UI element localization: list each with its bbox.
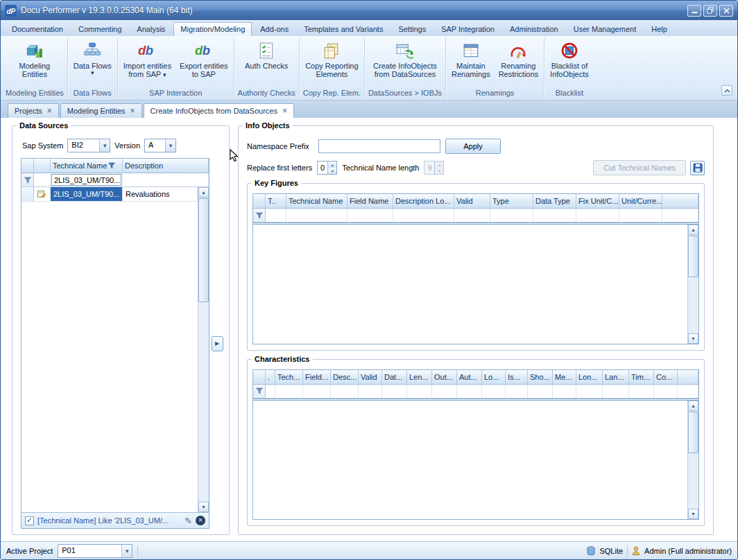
version-select[interactable]: A ▾ bbox=[144, 139, 176, 152]
column-header[interactable]: Is... bbox=[506, 370, 528, 385]
scroll-up-button[interactable]: ▲ bbox=[198, 187, 209, 198]
namespace-prefix-input[interactable] bbox=[318, 139, 440, 153]
column-header[interactable]: Me... bbox=[553, 370, 576, 385]
column-header[interactable]: Co... bbox=[654, 370, 678, 385]
column-header[interactable]: Aut... bbox=[457, 370, 482, 385]
description-filter-cell[interactable] bbox=[123, 173, 209, 187]
filter-cell[interactable] bbox=[347, 209, 393, 222]
filter-cell[interactable] bbox=[528, 385, 553, 399]
close-tab-icon[interactable]: × bbox=[282, 108, 287, 114]
vertical-scrollbar[interactable]: ▲ ▼ bbox=[198, 187, 209, 512]
doc-tab-create-infoobjects[interactable]: Create InfoObjects from DataSources × bbox=[144, 103, 294, 118]
filter-cell[interactable] bbox=[359, 385, 382, 399]
scrollbar-thumb[interactable] bbox=[688, 412, 698, 453]
filter-cell[interactable] bbox=[454, 209, 490, 222]
tab-documentation[interactable]: Documentation bbox=[5, 22, 70, 36]
scrollbar-thumb[interactable] bbox=[688, 236, 698, 277]
scroll-up-button[interactable]: ▲ bbox=[688, 401, 698, 411]
column-header[interactable]: Fix Unit/C... bbox=[576, 194, 619, 209]
column-header[interactable]: Data Type bbox=[533, 194, 576, 209]
filter-cell[interactable] bbox=[331, 385, 359, 399]
data-flows-button[interactable]: Data Flows▾ bbox=[70, 39, 115, 76]
column-header[interactable]: Valid bbox=[454, 194, 490, 209]
replace-first-letters-stepper[interactable]: 0 ▴ ▾ bbox=[317, 161, 337, 175]
tab-settings[interactable]: Settings bbox=[391, 22, 433, 36]
cut-technical-names-button[interactable]: Cut Technical Names bbox=[593, 160, 686, 175]
filter-cell[interactable] bbox=[603, 385, 629, 399]
filter-cell[interactable] bbox=[619, 209, 662, 222]
spin-down-icon[interactable]: ▾ bbox=[328, 168, 336, 174]
column-header[interactable]: Type bbox=[490, 194, 533, 209]
scrollbar-track[interactable] bbox=[688, 411, 698, 509]
create-infoobjects-from-datasources-button[interactable]: Create InfoObjectsfrom DataSources bbox=[370, 39, 440, 78]
column-header[interactable]: Lo... bbox=[482, 370, 506, 385]
blacklist-of-infoobjects-button[interactable]: Blacklist ofInfoObjects bbox=[547, 39, 592, 78]
spin-up-icon[interactable]: ▴ bbox=[328, 161, 336, 168]
column-header[interactable]: Field... bbox=[303, 370, 331, 385]
doc-tab-modeling-entities[interactable]: Modeling Entities × bbox=[60, 103, 142, 118]
column-header[interactable]: Sho... bbox=[528, 370, 553, 385]
filter-cell[interactable] bbox=[34, 173, 51, 187]
ribbon-collapse-button[interactable] bbox=[721, 85, 732, 96]
export-entities-to-sap-button[interactable]: db Export entitiesto SAP bbox=[176, 39, 232, 78]
filter-cell[interactable] bbox=[382, 385, 407, 399]
filter-expression-link[interactable]: [Technical Name] Like '2LIS_03_UM/... bbox=[37, 516, 181, 525]
chevron-down-icon[interactable]: ▾ bbox=[165, 139, 175, 152]
scroll-down-button[interactable]: ▼ bbox=[198, 502, 209, 512]
tab-administration[interactable]: Administration bbox=[503, 22, 565, 36]
column-header[interactable]: Len... bbox=[407, 370, 432, 385]
column-header[interactable]: Unit/Curre... bbox=[619, 194, 662, 209]
titlebar[interactable]: dP Docu Performer v 19.3.0.0.25304 Main … bbox=[1, 1, 737, 20]
vertical-scrollbar[interactable]: ▲ ▼ bbox=[687, 225, 698, 344]
filter-cell[interactable] bbox=[275, 385, 303, 399]
edit-filter-icon[interactable]: ✎ bbox=[184, 516, 192, 525]
clear-filter-icon[interactable]: × bbox=[196, 516, 205, 525]
filter-cell[interactable] bbox=[432, 385, 457, 399]
save-button[interactable] bbox=[690, 161, 705, 175]
column-header[interactable]: Out... bbox=[432, 370, 457, 385]
scroll-up-button[interactable]: ▲ bbox=[688, 225, 698, 235]
description-cell[interactable]: Revaluations bbox=[123, 187, 198, 202]
tab-analysis[interactable]: Analysis bbox=[130, 22, 172, 36]
import-entities-from-sap-button[interactable]: db Import entitiesfrom SAP ▾ bbox=[120, 39, 175, 78]
filter-cell[interactable] bbox=[553, 385, 576, 399]
column-header[interactable]: Field Name bbox=[347, 194, 393, 209]
technical-name-cell[interactable]: 2LIS_03_UM/T90... bbox=[51, 187, 123, 202]
scroll-down-button[interactable]: ▼ bbox=[688, 509, 698, 519]
scrollbar-track[interactable] bbox=[688, 235, 698, 333]
scrollbar-track[interactable] bbox=[198, 198, 209, 502]
icon-column-header[interactable] bbox=[34, 159, 51, 173]
filter-cell[interactable] bbox=[266, 209, 286, 222]
technical-name-length-stepper[interactable]: 9 ▴ ▾ bbox=[424, 161, 444, 175]
column-header[interactable]: . bbox=[266, 370, 275, 385]
tab-sap-integration[interactable]: SAP Integration bbox=[434, 22, 501, 36]
column-header[interactable]: Tech... bbox=[275, 370, 303, 385]
filter-cell[interactable] bbox=[482, 385, 506, 399]
column-header[interactable]: Lon... bbox=[576, 370, 603, 385]
tab-help[interactable]: Help bbox=[644, 22, 674, 36]
tab-user-management[interactable]: User Management bbox=[567, 22, 644, 36]
table-row[interactable]: 2LIS_03_UM/T90... Revaluations bbox=[22, 187, 198, 202]
copy-reporting-elements-button[interactable]: Copy ReportingElements bbox=[302, 39, 361, 78]
technical-name-column-header[interactable]: Technical Name bbox=[51, 159, 123, 173]
column-header[interactable]: Technical Name bbox=[286, 194, 347, 209]
chevron-down-icon[interactable]: ▾ bbox=[121, 545, 132, 557]
filter-cell[interactable] bbox=[506, 385, 528, 399]
minimize-button[interactable] bbox=[687, 5, 701, 17]
filter-cell[interactable] bbox=[266, 385, 275, 399]
close-tab-icon[interactable]: × bbox=[130, 108, 135, 114]
technical-name-filter-cell[interactable]: 2LIS_03_UM/T90... bbox=[51, 173, 123, 187]
active-project-select[interactable]: P01 ▾ bbox=[58, 544, 132, 558]
filter-enabled-checkbox[interactable]: ✓ bbox=[25, 516, 34, 525]
filter-cell[interactable] bbox=[533, 209, 576, 222]
chevron-down-icon[interactable]: ▾ bbox=[99, 139, 110, 152]
doc-tab-projects[interactable]: Projects × bbox=[8, 103, 59, 118]
sap-system-select[interactable]: BI2 ▾ bbox=[67, 139, 110, 152]
column-header[interactable]: Lan... bbox=[603, 370, 629, 385]
filter-cell[interactable] bbox=[490, 209, 533, 222]
filter-cell[interactable] bbox=[393, 209, 454, 222]
description-column-header[interactable]: Description bbox=[123, 159, 209, 173]
column-header[interactable]: Tim... bbox=[629, 370, 654, 385]
move-right-button[interactable]: ▶ bbox=[212, 336, 223, 351]
filter-cell[interactable] bbox=[303, 385, 331, 399]
